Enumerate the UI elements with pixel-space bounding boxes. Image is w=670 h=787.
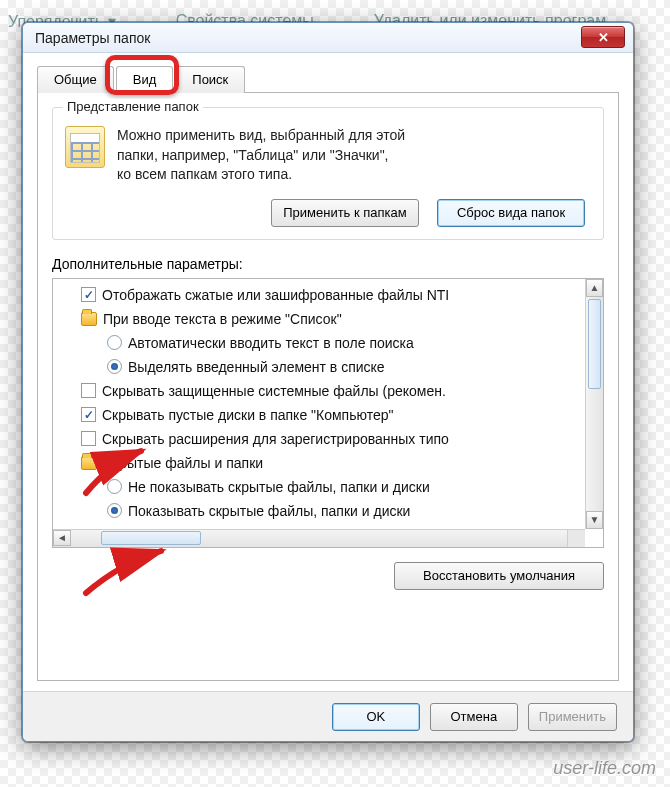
scroll-corner xyxy=(567,529,585,547)
dialog-title: Параметры папок xyxy=(35,30,150,46)
tree-item[interactable]: Показывать скрытые файлы, папки и диски xyxy=(59,499,583,523)
advanced-settings-tree[interactable]: Отображать сжатые или зашифрованные файл… xyxy=(52,278,604,548)
folder-icon xyxy=(81,456,97,470)
group-title: Представление папок xyxy=(63,99,203,114)
restore-defaults-button[interactable]: Восстановить умолчания xyxy=(394,562,604,590)
cancel-button[interactable]: Отмена xyxy=(430,703,518,731)
radio[interactable] xyxy=(107,335,122,350)
group-description: Можно применить вид, выбранный для этой … xyxy=(117,126,405,185)
advanced-settings-label: Дополнительные параметры: xyxy=(52,256,604,272)
tree-item[interactable]: Отображать сжатые или зашифрованные файл… xyxy=(59,283,583,307)
tree-item-label: При вводе текста в режиме "Список" xyxy=(103,311,342,327)
ok-button[interactable]: OK xyxy=(332,703,420,731)
checkbox[interactable] xyxy=(81,287,96,302)
tree-item-label: Скрытые файлы и папки xyxy=(103,455,263,471)
tree-item-label: Скрывать защищенные системные файлы (рек… xyxy=(102,383,446,399)
folder-options-dialog: Параметры папок ✕ Общие Вид Поиск Предст… xyxy=(22,22,634,742)
scroll-left-icon[interactable]: ◄ xyxy=(53,530,71,546)
scroll-thumb[interactable] xyxy=(588,299,601,389)
checkbox[interactable] xyxy=(81,407,96,422)
dialog-footer: OK Отмена Применить xyxy=(23,691,633,741)
titlebar: Параметры папок ✕ xyxy=(23,23,633,53)
tree-item[interactable]: Скрывать защищенные системные файлы (рек… xyxy=(59,379,583,403)
tree-item[interactable]: Не показывать скрытые файлы, папки и дис… xyxy=(59,475,583,499)
horizontal-scrollbar[interactable]: ◄ ► xyxy=(53,529,585,547)
tree-item[interactable]: Выделять введенный элемент в списке xyxy=(59,355,583,379)
folder-views-group: Представление папок Можно применить вид,… xyxy=(52,107,604,240)
tree-item[interactable]: Скрывать расширения для зарегистрированн… xyxy=(59,427,583,451)
checkbox[interactable] xyxy=(81,383,96,398)
tree-item-label: Отображать сжатые или зашифрованные файл… xyxy=(102,287,449,303)
scroll-up-icon[interactable]: ▲ xyxy=(586,279,603,297)
folder-icon xyxy=(81,312,97,326)
tab-strip: Общие Вид Поиск xyxy=(37,65,619,93)
apply-to-folders-button[interactable]: Применить к папкам xyxy=(271,199,419,227)
scroll-down-icon[interactable]: ▼ xyxy=(586,511,603,529)
checkbox[interactable] xyxy=(81,431,96,446)
tab-panel-view: Представление папок Можно применить вид,… xyxy=(37,93,619,681)
apply-button[interactable]: Применить xyxy=(528,703,617,731)
vertical-scrollbar[interactable]: ▲ ▼ xyxy=(585,279,603,529)
folder-grid-icon xyxy=(65,126,105,168)
tree-item[interactable]: Скрытые файлы и папки xyxy=(59,451,583,475)
tree-item-label: Показывать скрытые файлы, папки и диски xyxy=(128,503,410,519)
watermark: user-life.com xyxy=(553,758,656,779)
tab-view[interactable]: Вид xyxy=(116,66,174,93)
tree-item-label: Не показывать скрытые файлы, папки и дис… xyxy=(128,479,430,495)
radio[interactable] xyxy=(107,359,122,374)
tab-search[interactable]: Поиск xyxy=(175,66,245,93)
reset-folders-button[interactable]: Сброс вида папок xyxy=(437,199,585,227)
radio[interactable] xyxy=(107,503,122,518)
tree-item-label: Скрывать расширения для зарегистрированн… xyxy=(102,431,449,447)
tree-item[interactable]: При вводе текста в режиме "Список" xyxy=(59,307,583,331)
radio[interactable] xyxy=(107,479,122,494)
close-icon: ✕ xyxy=(598,30,609,45)
tree-item[interactable]: Скрывать пустые диски в папке "Компьютер… xyxy=(59,403,583,427)
hscroll-thumb[interactable] xyxy=(101,531,201,545)
tree-item[interactable]: Автоматически вводить текст в поле поиск… xyxy=(59,331,583,355)
tree-item-label: Скрывать пустые диски в папке "Компьютер… xyxy=(102,407,393,423)
close-button[interactable]: ✕ xyxy=(581,26,625,48)
tree-item-label: Выделять введенный элемент в списке xyxy=(128,359,385,375)
tree-item-label: Автоматически вводить текст в поле поиск… xyxy=(128,335,414,351)
tab-general[interactable]: Общие xyxy=(37,66,114,93)
